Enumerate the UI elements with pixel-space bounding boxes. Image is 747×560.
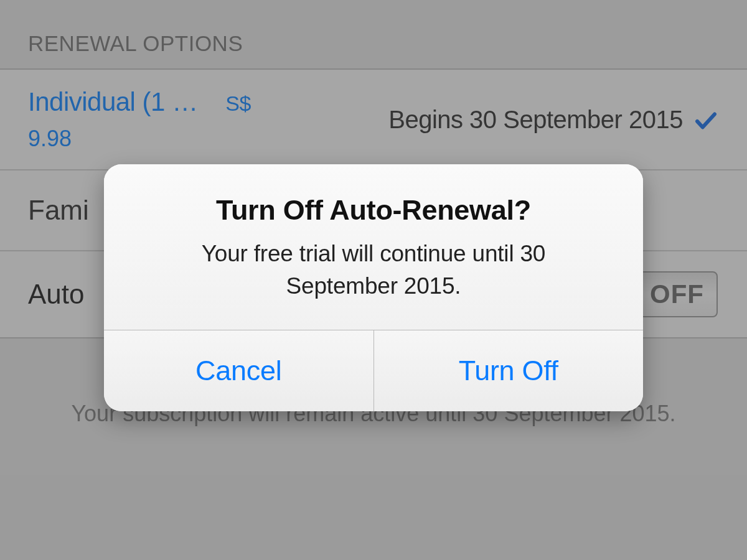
alert-title: Turn Off Auto-Renewal?	[131, 194, 616, 226]
alert-message: Your free trial will continue until 30 S…	[131, 238, 616, 302]
alert-dialog: Turn Off Auto-Renewal? Your free trial w…	[104, 164, 643, 411]
cancel-button[interactable]: Cancel	[104, 330, 374, 411]
turn-off-button[interactable]: Turn Off	[374, 330, 644, 411]
